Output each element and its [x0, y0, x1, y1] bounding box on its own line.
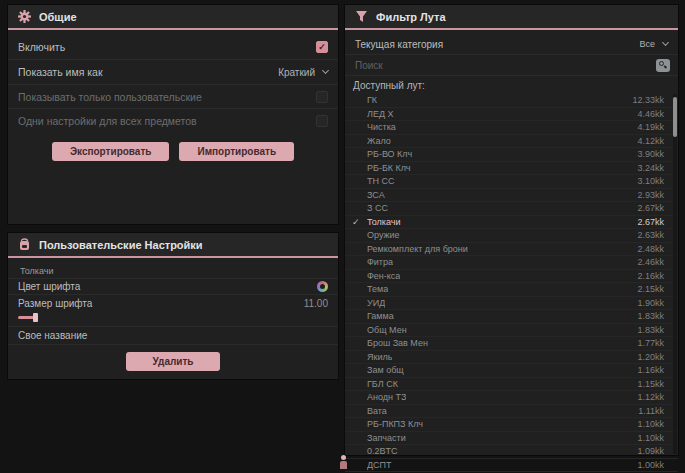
- loot-row[interactable]: ЛЕД X 4.46kk: [345, 108, 678, 122]
- loot-item-name: Запчасти: [367, 433, 406, 443]
- slider-thumb[interactable]: [33, 313, 38, 322]
- loot-row[interactable]: Гамма 1.83kk: [345, 310, 678, 324]
- loot-item-name: Вата: [367, 406, 387, 416]
- loot-item-name: Якиль: [367, 352, 392, 362]
- loot-row[interactable]: Брош Зав Мен 1.77kk: [345, 337, 678, 351]
- user-settings-panel: Пользовательские Настройки Толкачи Цвет …: [8, 233, 338, 379]
- loot-row[interactable]: Зам общ 1.16kk: [345, 364, 678, 378]
- enable-label: Включить: [18, 41, 65, 53]
- loot-item-name: ГБЛ СК: [367, 379, 398, 389]
- loot-row[interactable]: УИД 1.90kk: [345, 297, 678, 311]
- loot-item-value: 2.46kk: [637, 257, 664, 267]
- loot-row[interactable]: Ремкомплект для брони 2.48kk: [345, 243, 678, 257]
- loot-item-value: 1.10kk: [637, 433, 664, 443]
- loot-item-value: 1.10kk: [637, 419, 664, 429]
- loot-item-name: РБ-БК Клч: [367, 163, 411, 173]
- loot-row[interactable]: Оружие 2.63kk: [345, 229, 678, 243]
- loot-filter-panel: Фильтр Лута Текущая категория Все Доступ…: [345, 5, 678, 455]
- loot-item-name: ЛЕД X: [367, 109, 394, 119]
- category-label: Текущая категория: [355, 39, 443, 50]
- loot-row[interactable]: РБ-БК Клч 3.24kk: [345, 162, 678, 176]
- enable-checkbox[interactable]: ✓: [316, 41, 328, 53]
- category-dropdown[interactable]: Все: [639, 39, 668, 49]
- loot-item-value: 4.46kk: [637, 109, 664, 119]
- loot-item-value: 1.77kk: [637, 338, 664, 348]
- loot-item-value: 1.16kk: [637, 365, 664, 375]
- font-color-label: Цвет шрифта: [18, 281, 80, 292]
- name-mode-dropdown[interactable]: Краткий: [278, 67, 328, 78]
- loot-item-value: 4.19kk: [637, 122, 664, 132]
- loot-item-name: Жало: [367, 136, 391, 146]
- user-settings-panel-title: Пользовательские Настройки: [39, 239, 203, 251]
- funnel-icon: [355, 10, 368, 23]
- loot-row[interactable]: Чистка 4.19kk: [345, 121, 678, 135]
- category-value: Все: [639, 39, 655, 49]
- loot-item-value: 2.63kk: [637, 230, 664, 240]
- loot-item-value: 1.83kk: [637, 311, 664, 321]
- font-size-slider[interactable]: [18, 313, 328, 322]
- loot-item-name: Толкачи: [367, 217, 401, 227]
- chevron-down-icon: [322, 67, 329, 74]
- loot-row[interactable]: Жало 4.12kk: [345, 135, 678, 149]
- loot-item-value: 1.00kk: [637, 460, 664, 470]
- search-row: [345, 55, 678, 76]
- loot-item-value: 4.12kk: [637, 136, 664, 146]
- loot-item-value: 1.90kk: [637, 298, 664, 308]
- loot-item-value: 12.33kk: [632, 95, 664, 105]
- loot-item-value: 1.20kk: [637, 352, 664, 362]
- only-custom-checkbox[interactable]: [316, 91, 328, 103]
- export-button[interactable]: Экспортировать: [52, 142, 170, 161]
- scrollbar-thumb[interactable]: [673, 97, 677, 137]
- loot-row[interactable]: ГК 12.33kk: [345, 94, 678, 108]
- loot-row[interactable]: Запчасти 1.10kk: [345, 432, 678, 446]
- loot-row[interactable]: Якиль 1.20kk: [345, 351, 678, 365]
- loot-item-name: ДСПТ: [367, 460, 392, 470]
- only-custom-label: Показывать только пользовательские: [18, 91, 202, 103]
- loot-row[interactable]: Тема 2.15kk: [345, 283, 678, 297]
- loot-item-name: Общ Мен: [367, 325, 407, 335]
- loot-item-value: 1.12kk: [637, 392, 664, 402]
- loot-row[interactable]: ЗСА 2.93kk: [345, 189, 678, 203]
- loot-filter-panel-title: Фильтр Лута: [376, 11, 446, 23]
- loot-row[interactable]: РБ-ПКПЗ Клч 1.10kk: [345, 418, 678, 432]
- loot-item-name: Гамма: [367, 311, 394, 321]
- available-loot-label: Доступный лут:: [345, 76, 678, 94]
- loot-row[interactable]: Фитра 2.46kk: [345, 256, 678, 270]
- loot-item-name: З СС: [367, 203, 388, 213]
- loot-item-value: 3.24kk: [637, 163, 664, 173]
- loot-row[interactable]: ✓ Толкачи 2.67kk: [345, 216, 678, 230]
- loot-item-name: Фен-кса: [367, 271, 400, 281]
- loot-row[interactable]: ТН СС 3.10kk: [345, 175, 678, 189]
- loot-row[interactable]: ГБЛ СК 1.15kk: [345, 378, 678, 392]
- loot-item-name: Зам общ: [367, 365, 404, 375]
- search-input[interactable]: [355, 60, 656, 71]
- user-settings-panel-header: Пользовательские Настройки: [8, 233, 338, 258]
- loot-row[interactable]: Анодн ТЗ 1.12kk: [345, 391, 678, 405]
- gear-icon: [18, 10, 31, 23]
- same-settings-label: Одни настройки для всех предметов: [18, 115, 197, 127]
- loot-item-value: 2.16kk: [637, 271, 664, 281]
- color-wheel-icon[interactable]: [317, 281, 328, 292]
- loot-row[interactable]: ДСПТ 1.00kk: [345, 459, 678, 473]
- font-size-label: Размер шрифта: [18, 298, 92, 309]
- scrollbar-track[interactable]: [673, 94, 677, 454]
- custom-name-input[interactable]: [97, 330, 328, 341]
- import-button[interactable]: Импортировать: [179, 142, 294, 161]
- loot-row[interactable]: Вата 1.11kk: [345, 405, 678, 419]
- loot-row[interactable]: З СС 2.67kk: [345, 202, 678, 216]
- loot-row[interactable]: РБ-ВО Клч 3.90kk: [345, 148, 678, 162]
- selected-item-name: Толкачи: [8, 258, 338, 278]
- loot-item-name: УИД: [367, 298, 385, 308]
- loot-item-name: РБ-ПКПЗ Клч: [367, 419, 423, 429]
- delete-button[interactable]: Удалить: [126, 352, 219, 371]
- loot-row[interactable]: Общ Мен 1.83kk: [345, 324, 678, 338]
- loot-row[interactable]: 0.2BTC 1.09kk: [345, 445, 678, 459]
- same-settings-checkbox[interactable]: [316, 115, 328, 127]
- loot-row[interactable]: Фен-кса 2.16kk: [345, 270, 678, 284]
- loot-item-name: ТН СС: [367, 176, 395, 186]
- loot-item-value: 1.15kk: [637, 379, 664, 389]
- loot-item-value: 2.93kk: [637, 190, 664, 200]
- loot-item-name: Тема: [367, 284, 388, 294]
- check-icon: ✓: [352, 217, 360, 227]
- search-icon[interactable]: [656, 59, 670, 72]
